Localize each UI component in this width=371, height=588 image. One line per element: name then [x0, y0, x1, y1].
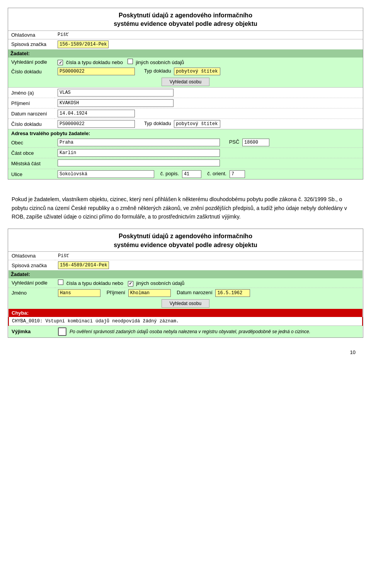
form2-checkbox2-label: jiných osobních údajů [136, 280, 184, 286]
form2-container: Poskytnutí údajů z agendového informační… [8, 229, 363, 337]
c-orient-field[interactable]: 7 [230, 170, 245, 178]
form2-vyhledat-btn[interactable]: Vyhledat osobu [162, 299, 209, 308]
datum-narozeni-row: Datum narození 14.04.1924 [8, 108, 363, 119]
form2-ohlasovna-row: Ohlašovna Píšť [9, 252, 362, 260]
form2-jmeno-label: Jméno [9, 288, 55, 298]
typ-dokladu-label: Typ dokladu [144, 68, 171, 74]
datum-narozeni-label: Datum narození [8, 108, 54, 119]
form2-prijmeni-field[interactable]: Kholman [128, 289, 171, 297]
form2-zadatel-header: Žadatel: [9, 270, 362, 278]
cislo-dokladu2-label: Číslo dokladu [8, 119, 54, 129]
vyhledat-btn[interactable]: Vyhledat osobu [162, 78, 209, 86]
ohlasovna-value: Píšť [54, 31, 363, 39]
form2-spisova-znacka-cell: 156-4589/2014-Pek [55, 260, 362, 271]
checkbox1-label: čísla a typu dokladu nebo [66, 59, 123, 65]
mestska-cast-row: Městská část [8, 158, 363, 169]
cislo-dokladu-label: Číslo dokladu [8, 66, 54, 76]
c-popis-field[interactable]: 41 [182, 170, 201, 178]
checkbox2[interactable] [128, 59, 133, 64]
adresa-header-row: Adresa trvalého pobytu žadatele: [8, 129, 363, 138]
cislo-dokladu2-cell: PS0000022 Typ dokladu pobytový štítek [54, 119, 363, 129]
spisova-znacka-label: Spisová značka [8, 39, 54, 49]
form2-checkbox2[interactable]: ✓ [128, 281, 133, 286]
form2-datum-narozeni-field[interactable]: 16.5.1962 [215, 289, 250, 297]
ohlasovna-label: Ohlašovna [8, 31, 54, 39]
form2-datum-narozeni-label: Datum narození [177, 290, 213, 295]
obec-cell: Praha PSČ 18600 [54, 137, 363, 148]
typ-dokladu-field[interactable]: pobytový štítek [174, 68, 220, 75]
form2-vyhledat-row: Vyhledat osobu [9, 298, 362, 309]
form2-spisova-znacka-row: Spisová značka 156-4589/2014-Pek [9, 260, 362, 271]
vyjimka-label: Výjimka [9, 325, 55, 337]
middle-paragraph: Pokud je žadatelem, vlastníkem objektu, … [12, 195, 359, 221]
form2-checkbox1[interactable] [58, 280, 63, 285]
zadatel-header: Žadatel: [8, 49, 363, 58]
form2-jmeno-cell: Hans Příjmení Kholman Datum narození 16.… [55, 288, 362, 298]
form2-table: Ohlašovna Píšť Spisová značka 156-4589/2… [8, 252, 363, 337]
jmeno-row: Jméno (a) VLAS [8, 88, 363, 98]
cast-obce-cell: Karlín [54, 148, 363, 158]
form2-zadatel-header-row: Žadatel: [9, 270, 362, 278]
form2-spisova-znacka-label: Spisová značka [9, 260, 55, 271]
page-number-container: 10 [8, 346, 363, 359]
vyhledat-cell: Vyhledat osobu [8, 76, 363, 88]
prijmeni-cell: KVAKOSH [54, 98, 363, 108]
c-orient-label: č. orient. [207, 171, 226, 176]
datum-narozeni-field[interactable]: 14.04.1924 [58, 110, 135, 117]
vyhledani-label: Vyhledání podle [8, 58, 54, 67]
form2-prijmeni-label: Příjmení [107, 290, 125, 295]
prijmeni-row: Příjmení KVAKOSH [8, 98, 363, 108]
form2-spisova-znacka-field[interactable]: 156-4589/2014-Pek [58, 261, 109, 269]
checkbox1[interactable]: ✓ [58, 60, 63, 65]
datum-narozeni-cell: 14.04.1924 [54, 108, 363, 119]
jmeno-label: Jméno (a) [8, 88, 54, 98]
error-header-row: Chyba: [9, 309, 362, 317]
jmeno-cell: VLAS [54, 88, 363, 98]
typ-dokladu2-label: Typ dokladu [144, 120, 171, 126]
form2-vyhledani-row: Vyhledání podle čísla a typu dokladu neb… [9, 278, 362, 288]
error-header: Chyba: [9, 309, 362, 317]
error-message: CHYBA_0010: Vstupní kombinaci údajů neod… [9, 317, 362, 326]
vyjimka-cell: Po ověření správnosti zadaných údajů oso… [55, 325, 362, 337]
spisova-znacka-value: 156-1589/2014-Pek [54, 39, 363, 49]
cislo-dokladu-cell: PS0000022 Typ dokladu pobytový štítek [54, 66, 363, 76]
prijmeni-field[interactable]: KVAKOSH [58, 99, 174, 107]
vyjimka-checkbox[interactable] [58, 327, 66, 336]
spisova-znacka-field[interactable]: 156-1589/2014-Pek [58, 41, 109, 48]
mestska-cast-field[interactable] [58, 159, 220, 166]
checkbox2-label: jiných osobních údajů [136, 59, 184, 65]
spisova-znacka-row: Spisová značka 156-1589/2014-Pek [8, 39, 363, 49]
cislo-dokladu-field[interactable]: PS0000022 [58, 68, 135, 75]
vyjimka-text: Po ověření správnosti zadaných údajů oso… [70, 329, 310, 334]
form1-table: Ohlašovna Píšť Spisová značka 156-1589/2… [8, 31, 363, 180]
cislo-dokladu-row: Číslo dokladu PS0000022 Typ dokladu poby… [8, 66, 363, 76]
vyjimka-row: Výjimka Po ověření správnosti zadaných ú… [9, 325, 362, 337]
form2-ohlasovna-value: Píšť [55, 252, 362, 260]
ulice-label: Ulice [8, 169, 54, 180]
ulice-cell: Sokolovská č. popis. 41 č. orient. 7 [54, 169, 363, 180]
form2-ohlasovna-label: Ohlašovna [9, 252, 55, 260]
form1-container: Poskytnutí údajů z agendového informační… [8, 8, 363, 180]
typ-dokladu2-field[interactable]: pobytový štítek [174, 120, 220, 128]
cast-obce-field[interactable]: Karlín [58, 149, 220, 157]
prijmeni-label: Příjmení [8, 98, 54, 108]
jmeno-field[interactable]: VLAS [58, 89, 174, 97]
psc-label: PSČ [229, 139, 240, 145]
form2-jmeno-field[interactable]: Hans [58, 289, 100, 297]
form2-vyhledani-label: Vyhledání podle [9, 278, 55, 288]
form1-title: Poskytnutí údajů z agendového informační… [8, 8, 363, 31]
vyhledani-row: Vyhledání podle ✓ čísla a typu dokladu n… [8, 58, 363, 67]
c-popis-label: č. popis. [160, 171, 179, 176]
mestska-cast-label: Městská část [8, 158, 54, 169]
obec-field[interactable]: Praha [58, 139, 220, 146]
error-message-row: CHYBA_0010: Vstupní kombinaci údajů neod… [9, 317, 362, 326]
ulice-field[interactable]: Sokolovská [58, 170, 154, 178]
vyhledani-checkboxes: ✓ čísla a typu dokladu nebo jiných osobn… [54, 58, 363, 67]
form2-title: Poskytnutí údajů z agendového informační… [8, 229, 363, 252]
adresa-header: Adresa trvalého pobytu žadatele: [8, 129, 363, 138]
cislo-dokladu2-field[interactable]: PS0000022 [58, 120, 135, 128]
page-number: 10 [350, 349, 356, 355]
form2-vyhledat-cell: Vyhledat osobu [9, 298, 362, 309]
form2-checkbox1-label: čísla a typu dokladu nebo [66, 280, 123, 286]
psc-field[interactable]: 18600 [242, 139, 269, 146]
